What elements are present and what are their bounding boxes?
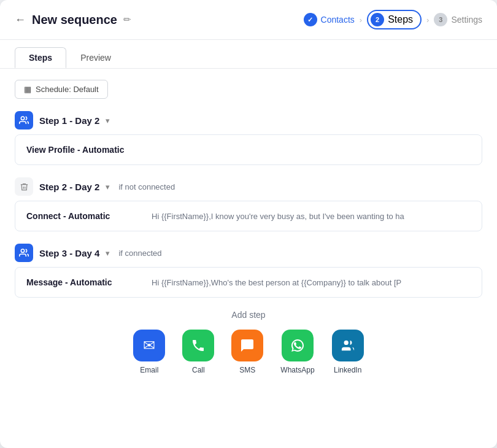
step-3-title[interactable]: Step 3 - Day 4 bbox=[39, 248, 99, 258]
linkedin-label: LinkedIn bbox=[334, 366, 361, 374]
header: ← New sequence ✏ ✓ Contacts › 2 Steps › … bbox=[0, 0, 497, 40]
whatsapp-icon bbox=[282, 330, 314, 361]
add-step-email[interactable]: ✉ Email bbox=[133, 330, 165, 374]
add-step-icons: ✉ Email Call bbox=[133, 330, 363, 374]
add-step-label[interactable]: Add step bbox=[231, 310, 265, 320]
add-step-whatsapp[interactable]: WhatsApp bbox=[280, 330, 314, 374]
step-3-chevron[interactable]: ▾ bbox=[106, 249, 110, 258]
step-3-card[interactable]: Message - Automatic Hi {{FirstName}},Who… bbox=[15, 267, 482, 298]
header-left: ← New sequence ✏ bbox=[15, 13, 131, 27]
edit-icon[interactable]: ✏ bbox=[123, 14, 131, 25]
schedule-button[interactable]: ▦ Schedule: Default bbox=[15, 80, 108, 99]
svg-point-0 bbox=[21, 117, 24, 120]
step-2-icon bbox=[15, 177, 33, 196]
breadcrumb-contacts-label: Contacts bbox=[321, 15, 355, 25]
linkedin-icon bbox=[332, 330, 364, 361]
breadcrumb-chevron-1: › bbox=[360, 15, 362, 25]
email-label: Email bbox=[140, 366, 158, 374]
add-step-section: Add step ✉ Email Call bbox=[15, 310, 482, 374]
page-title: New sequence bbox=[32, 13, 117, 27]
tabs-bar: Steps Preview bbox=[0, 40, 497, 69]
step-3-card-title: Message - Automatic bbox=[26, 277, 137, 287]
tab-preview[interactable]: Preview bbox=[66, 47, 125, 68]
breadcrumb-steps-label: Steps bbox=[388, 14, 413, 25]
step-2-card-preview: Hi {{FirstName}},I know you're very busy… bbox=[152, 212, 404, 221]
call-icon bbox=[182, 330, 214, 361]
step-1-section: Step 1 - Day 2 ▾ View Profile - Automati… bbox=[15, 111, 482, 165]
step-1-chevron[interactable]: ▾ bbox=[106, 116, 110, 125]
main-window: ← New sequence ✏ ✓ Contacts › 2 Steps › … bbox=[0, 0, 497, 448]
sms-label: SMS bbox=[239, 366, 255, 374]
step-2-condition: if not connected bbox=[118, 182, 175, 191]
schedule-icon: ▦ bbox=[24, 85, 31, 94]
main-content: ▦ Schedule: Default Step 1 - Day 2 ▾ Vie… bbox=[0, 69, 497, 448]
add-step-linkedin[interactable]: LinkedIn bbox=[332, 330, 364, 374]
schedule-label: Schedule: Default bbox=[36, 85, 99, 94]
step-2-chevron[interactable]: ▾ bbox=[106, 182, 110, 191]
add-step-sms[interactable]: SMS bbox=[231, 330, 263, 374]
svg-point-2 bbox=[344, 341, 348, 345]
breadcrumb-steps[interactable]: 2 Steps bbox=[367, 10, 422, 29]
svg-point-1 bbox=[21, 249, 24, 252]
step-1-header: Step 1 - Day 2 ▾ bbox=[15, 111, 482, 129]
sms-icon bbox=[231, 330, 263, 361]
breadcrumb: ✓ Contacts › 2 Steps › 3 Settings bbox=[304, 10, 482, 29]
add-step-call[interactable]: Call bbox=[182, 330, 214, 374]
step-1-card[interactable]: View Profile - Automatic bbox=[15, 134, 482, 165]
whatsapp-label: WhatsApp bbox=[280, 366, 314, 374]
step-2-title[interactable]: Step 2 - Day 2 bbox=[39, 182, 99, 192]
step-3-condition: if connected bbox=[118, 249, 161, 258]
breadcrumb-contacts[interactable]: ✓ Contacts bbox=[304, 13, 355, 26]
step-1-icon bbox=[15, 111, 33, 129]
step-2-card[interactable]: Connect - Automatic Hi {{FirstName}},I k… bbox=[15, 201, 482, 231]
step-1-title[interactable]: Step 1 - Day 2 bbox=[39, 115, 99, 126]
step-3-header: Step 3 - Day 4 ▾ if connected bbox=[15, 244, 482, 262]
tab-steps[interactable]: Steps bbox=[15, 47, 66, 68]
breadcrumb-settings-label: Settings bbox=[451, 15, 482, 25]
steps-number-circle: 2 bbox=[371, 13, 384, 26]
step-2-section: Step 2 - Day 2 ▾ if not connected Connec… bbox=[15, 177, 482, 231]
step-3-section: Step 3 - Day 4 ▾ if connected Message - … bbox=[15, 244, 482, 298]
step-3-card-preview: Hi {{FirstName}},Who's the best person a… bbox=[152, 278, 401, 287]
step-2-card-title: Connect - Automatic bbox=[26, 211, 137, 221]
contacts-check-icon: ✓ bbox=[304, 13, 317, 26]
back-button[interactable]: ← bbox=[15, 14, 26, 26]
breadcrumb-chevron-2: › bbox=[426, 15, 429, 25]
step-1-card-title: View Profile - Automatic bbox=[26, 145, 137, 155]
breadcrumb-settings[interactable]: 3 Settings bbox=[434, 13, 482, 26]
call-label: Call bbox=[192, 366, 205, 374]
step-2-header: Step 2 - Day 2 ▾ if not connected bbox=[15, 177, 482, 196]
settings-number-circle: 3 bbox=[434, 13, 447, 26]
email-icon: ✉ bbox=[133, 330, 165, 361]
step-3-icon bbox=[15, 244, 33, 262]
